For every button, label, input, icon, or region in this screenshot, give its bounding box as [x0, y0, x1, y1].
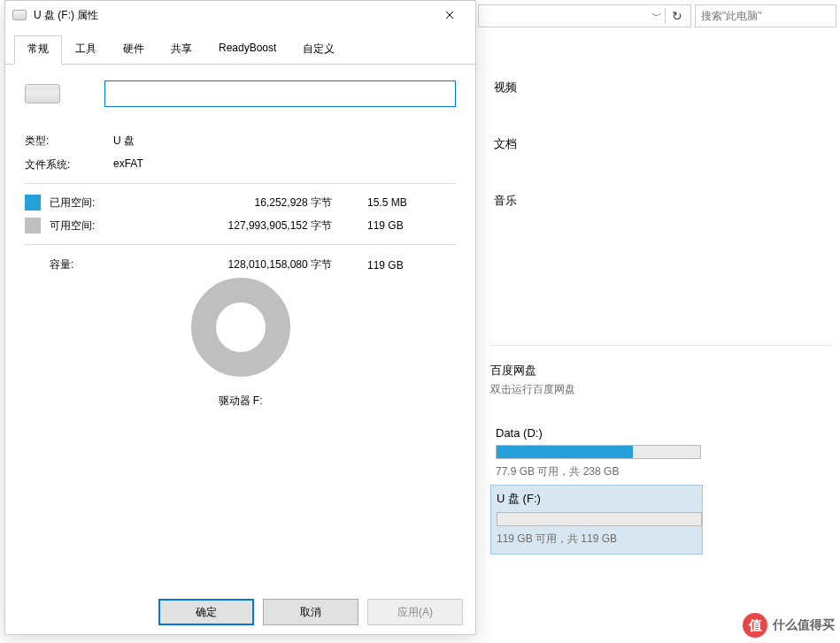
search-placeholder: 搜索"此电脑" [701, 9, 762, 24]
titlebar[interactable]: U 盘 (F:) 属性 [5, 1, 475, 29]
tab-常规[interactable]: 常规 [14, 35, 62, 65]
tab-共享[interactable]: 共享 [158, 35, 205, 65]
filesystem-value: exFAT [113, 157, 143, 172]
ok-button[interactable]: 确定 [158, 599, 254, 625]
type-label: 类型: [25, 134, 113, 149]
folder-label: 文档 [494, 136, 517, 152]
drive-name: U 盘 (F:) [497, 491, 697, 507]
drive-icon [12, 10, 27, 20]
free-label: 可用空间: [50, 218, 120, 233]
tab-硬件[interactable]: 硬件 [110, 35, 158, 65]
divider [490, 345, 833, 346]
watermark: 值 什么值得买 [743, 613, 835, 638]
capacity-human: 119 GB [367, 259, 456, 272]
folder-label: 视频 [494, 80, 517, 96]
drive-sub: 77.9 GB 可用，共 238 GB [496, 464, 697, 479]
usage-pie-chart [191, 278, 290, 377]
chevron-down-icon[interactable]: ﹀ [651, 9, 663, 24]
baidu-subtitle: 双击运行百度网盘 [490, 382, 575, 397]
search-input[interactable]: 搜索"此电脑" [695, 4, 836, 27]
apply-button[interactable]: 应用(A) [367, 599, 463, 625]
baidu-title: 百度网盘 [490, 363, 575, 379]
drive-item-f[interactable]: U 盘 (F:) 119 GB 可用，共 119 GB [490, 485, 703, 555]
tab-自定义[interactable]: 自定义 [289, 35, 348, 65]
divider [25, 183, 456, 184]
baidu-netdisk-item[interactable]: 百度网盘 双击运行百度网盘 [490, 363, 575, 397]
cancel-button[interactable]: 取消 [263, 599, 358, 625]
drive-usage-bar [496, 445, 701, 459]
used-bytes: 16,252,928 字节 [120, 195, 367, 211]
free-human: 119 GB [367, 219, 456, 232]
drive-sub: 119 GB 可用，共 119 GB [497, 532, 697, 547]
free-swatch [25, 218, 41, 233]
tab-工具[interactable]: 工具 [62, 35, 110, 65]
volume-label-input[interactable] [104, 80, 456, 107]
used-swatch [25, 195, 41, 211]
watermark-text: 什么值得买 [773, 617, 835, 633]
type-value: U 盘 [113, 134, 135, 149]
used-human: 15.5 MB [367, 196, 456, 209]
dialog-title: U 盘 (F:) 属性 [34, 8, 429, 23]
folder-label: 音乐 [494, 193, 517, 209]
tabstrip: 常规工具硬件共享ReadyBoost自定义 [5, 29, 475, 65]
used-label: 已用空间: [50, 195, 120, 211]
refresh-icon[interactable]: ↻ [667, 9, 687, 23]
capacity-label: 容量: [50, 257, 145, 272]
drive-icon [25, 84, 60, 103]
drive-usage-bar [497, 512, 702, 526]
tab-ReadyBoost[interactable]: ReadyBoost [205, 35, 289, 65]
capacity-bytes: 128,010,158,080 字节 [145, 257, 367, 272]
drive-name: Data (D:) [496, 426, 697, 440]
watermark-badge: 值 [743, 613, 767, 638]
filesystem-label: 文件系统: [25, 157, 113, 172]
close-icon [445, 11, 454, 19]
address-bar[interactable]: ﹀ ↻ [478, 4, 691, 27]
drive-item-d[interactable]: Data (D:) 77.9 GB 可用，共 238 GB [490, 421, 703, 486]
free-bytes: 127,993,905,152 字节 [120, 218, 367, 233]
properties-dialog: U 盘 (F:) 属性 常规工具硬件共享ReadyBoost自定义 类型: U … [4, 0, 476, 635]
folder-item[interactable]: 视频 [494, 80, 517, 96]
close-button[interactable] [429, 2, 470, 28]
divider [25, 244, 456, 245]
folder-item[interactable]: 文档 [494, 136, 517, 152]
folder-item[interactable]: 音乐 [494, 193, 517, 209]
drive-caption: 驱动器 F: [25, 394, 456, 409]
